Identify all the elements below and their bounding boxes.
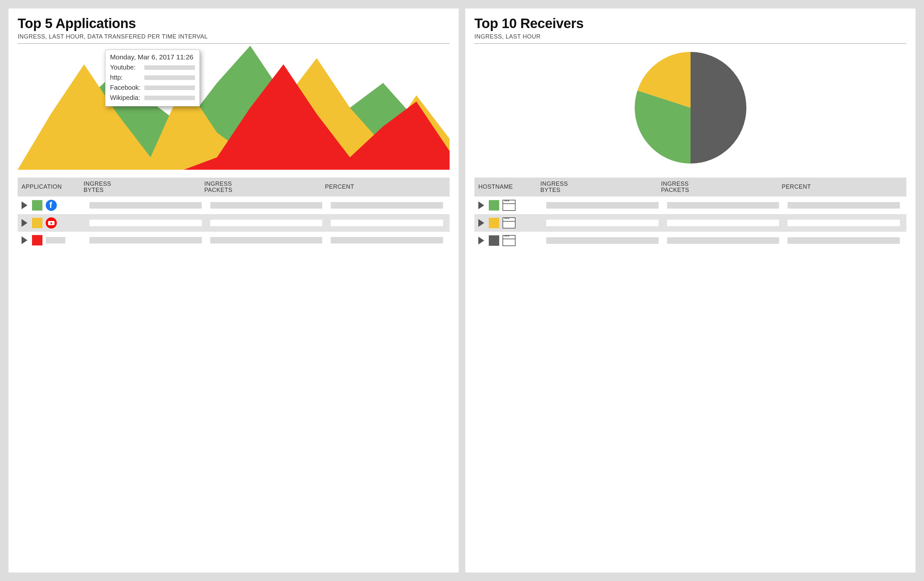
- placeholder-bar: [210, 220, 323, 226]
- placeholder-bar: [89, 237, 202, 244]
- col-ingress-packets[interactable]: INGRESSPACKETS: [661, 181, 782, 193]
- expand-icon[interactable]: [21, 219, 27, 227]
- color-swatch: [489, 218, 499, 228]
- col-ingress-bytes[interactable]: INGRESSBYTES: [540, 181, 661, 193]
- placeholder-bar: [546, 237, 658, 244]
- table-header: HOSTNAME INGRESSBYTES INGRESSPACKETS PER…: [474, 178, 906, 196]
- table-row[interactable]: [18, 214, 450, 232]
- placeholder-bar: [210, 237, 323, 244]
- page-title: Top 10 Receivers: [474, 16, 906, 31]
- placeholder-bar: [144, 76, 195, 80]
- browser-icon: [503, 235, 516, 246]
- youtube-icon: [46, 217, 57, 229]
- col-percent[interactable]: PERCENT: [782, 183, 903, 190]
- placeholder-bar: [787, 237, 900, 244]
- divider: [474, 43, 906, 44]
- placeholder-bar: [331, 237, 443, 244]
- placeholder-bar: [546, 220, 658, 226]
- pie-slice-gray: [691, 52, 746, 163]
- placeholder-bar: [144, 95, 195, 100]
- divider: [18, 43, 450, 44]
- pie-chart-svg: [632, 49, 749, 166]
- tooltip-label: Facebook:: [110, 84, 141, 91]
- area-chart[interactable]: Monday, Mar 6, 2017 11:26 Youtube: http:…: [18, 46, 450, 170]
- placeholder-bar: [787, 220, 900, 226]
- color-swatch: [32, 200, 43, 211]
- col-ingress-bytes[interactable]: INGRESSBYTES: [84, 181, 205, 193]
- col-hostname[interactable]: HOSTNAME: [478, 183, 540, 190]
- receivers-table: HOSTNAME INGRESSBYTES INGRESSPACKETS PER…: [474, 178, 906, 249]
- facebook-icon: [46, 200, 57, 211]
- expand-icon[interactable]: [21, 201, 27, 209]
- panel-top-receivers: Top 10 Receivers INGRESS, LAST HOUR HOST…: [465, 8, 916, 573]
- tooltip-label: Youtube:: [110, 64, 141, 71]
- expand-icon[interactable]: [478, 219, 484, 227]
- table-row[interactable]: [474, 214, 906, 232]
- placeholder-bar: [331, 220, 443, 226]
- expand-icon[interactable]: [478, 237, 484, 244]
- placeholder-bar: [667, 237, 779, 244]
- expand-icon[interactable]: [478, 201, 484, 209]
- tooltip-label: http:: [110, 74, 141, 81]
- color-swatch: [32, 235, 43, 245]
- panel-subtitle: INGRESS, LAST HOUR: [474, 33, 906, 40]
- col-ingress-packets[interactable]: INGRESSPACKETS: [205, 181, 325, 193]
- placeholder-bar: [331, 202, 443, 209]
- placeholder-bar: [89, 220, 202, 226]
- color-swatch: [32, 218, 43, 228]
- placeholder-bar: [89, 202, 202, 209]
- placeholder-bar: [144, 86, 195, 90]
- browser-icon: [503, 217, 516, 229]
- tooltip-row: http:: [110, 74, 195, 81]
- panel-subtitle: INGRESS, LAST HOUR, DATA TRANSFERED PER …: [18, 33, 450, 40]
- browser-icon: [503, 200, 516, 211]
- placeholder-bar: [144, 65, 195, 70]
- placeholder-bar: [210, 202, 323, 209]
- page-title: Top 5 Applications: [18, 16, 450, 31]
- color-swatch: [489, 235, 499, 246]
- placeholder-bar: [46, 237, 65, 244]
- panel-top-applications: Top 5 Applications INGRESS, LAST HOUR, D…: [8, 8, 459, 573]
- applications-table: APPLICATION INGRESSBYTES INGRESSPACKETS …: [18, 178, 450, 249]
- area-chart-svg: [18, 46, 450, 170]
- pie-chart[interactable]: [474, 46, 906, 170]
- expand-icon[interactable]: [21, 236, 27, 244]
- placeholder-bar: [546, 202, 658, 209]
- table-row[interactable]: [18, 232, 450, 249]
- tooltip-label: Wikipedia:: [110, 94, 141, 102]
- placeholder-bar: [667, 202, 779, 209]
- table-row[interactable]: [474, 232, 906, 249]
- table-header: APPLICATION INGRESSBYTES INGRESSPACKETS …: [18, 178, 450, 196]
- color-swatch: [489, 200, 499, 211]
- chart-tooltip: Monday, Mar 6, 2017 11:26 Youtube: http:…: [105, 49, 200, 106]
- col-application[interactable]: APPLICATION: [21, 183, 84, 190]
- tooltip-timestamp: Monday, Mar 6, 2017 11:26: [110, 53, 195, 61]
- col-percent[interactable]: PERCENT: [325, 183, 446, 190]
- placeholder-bar: [787, 202, 900, 209]
- table-row[interactable]: [18, 196, 450, 214]
- tooltip-row: Youtube:: [110, 64, 195, 71]
- placeholder-bar: [667, 220, 779, 226]
- tooltip-row: Facebook:: [110, 84, 195, 91]
- tooltip-row: Wikipedia:: [110, 94, 195, 102]
- table-row[interactable]: [474, 196, 906, 214]
